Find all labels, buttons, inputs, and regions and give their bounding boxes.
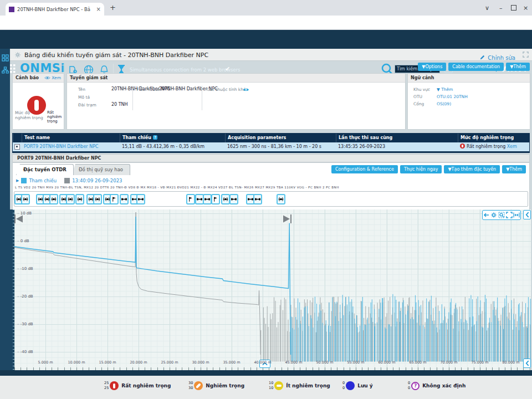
reference-value: 15,11 dB - 43.412,36 m - 0,35 dB/km <box>120 142 225 151</box>
edit-link[interactable]: Chỉnh sửa <box>479 52 515 62</box>
event-dash-icon[interactable] <box>253 194 262 204</box>
trace-more-button[interactable]: ▼Thêm <box>502 165 526 173</box>
col-test-name[interactable]: Test name <box>22 134 120 142</box>
trace-panel: Đặc tuyến OTDR Đồ thị quỹ suy hao Config… <box>12 162 530 210</box>
legend-notice: 00 Lưu ý <box>342 381 373 391</box>
fit-width-icon[interactable] <box>513 212 520 218</box>
event-splice-icon[interactable] <box>66 194 75 204</box>
x-axis-label: 15.000 m <box>99 360 116 365</box>
fullscreen-icon[interactable] <box>506 212 513 218</box>
event-splice-icon[interactable] <box>75 194 84 204</box>
minor-label: Ít nghiêm trọng <box>286 383 330 388</box>
trace-actions: Configuration & Reference Thực hiện ngay… <box>331 165 526 173</box>
cable-documentation-button[interactable]: Cable documentation <box>448 63 504 71</box>
tab-loss-budget[interactable]: Đồ thị quỹ suy hao <box>71 164 130 175</box>
event-flag-icon[interactable] <box>186 194 195 204</box>
x-axis-label: 20.000 m <box>130 360 147 365</box>
y-axis-label: -40 dB <box>17 350 33 354</box>
area-label: Khu vực <box>413 87 430 92</box>
col-last-run[interactable]: Lần thực thi sau cùng <box>336 134 458 142</box>
test-name-link[interactable]: PORT9 20TNH-BNH Darkfiber NPC <box>22 142 120 151</box>
dashboard-grid-icon[interactable] <box>2 54 9 62</box>
x-axis-label: 10.000 m <box>68 360 85 365</box>
undo-zoom-icon[interactable] <box>483 212 490 218</box>
otu-value[interactable]: OTU:01 20TNH <box>437 94 468 99</box>
event-flag-icon[interactable] <box>211 194 220 204</box>
help-badge-icon[interactable]: ? <box>153 135 157 140</box>
x-axis-label: 45.000 m <box>285 360 302 365</box>
event-dash-icon[interactable] <box>229 194 238 204</box>
pencil-icon <box>479 55 485 60</box>
area-value[interactable]: ▼ Thêm <box>437 87 453 92</box>
window-profile-chevron-icon[interactable]: ∨ <box>485 0 489 16</box>
col-severity[interactable]: Mức độ nghiêm trọng <box>458 134 529 142</box>
event-flag-icon[interactable] <box>110 194 119 204</box>
y-axis-label: 0 dB <box>17 239 29 243</box>
table-row[interactable]: PORT9 20TNH-BNH Darkfiber NPC 15,11 dB -… <box>13 142 529 151</box>
page-title-bar: Bảng điều khiển tuyến giám sát - 20TNH-B… <box>10 49 532 61</box>
unknown-icon: ? <box>411 382 420 390</box>
severity-view-link[interactable]: Xem <box>507 144 517 149</box>
alert-panel-title: Cảnh báo <box>16 74 39 82</box>
port-value[interactable]: OS(09) <box>437 101 451 106</box>
main-content: Bảng điều khiển tuyến giám sát - 20TNH-B… <box>10 49 532 370</box>
favicon <box>9 7 14 12</box>
event-splice-icon[interactable] <box>21 194 30 204</box>
last-run-value: 13:45:35 26-09-2023 <box>336 142 458 151</box>
col-reference[interactable]: Tham chiếu? <box>120 134 225 142</box>
chart-plot[interactable]: 10 dB0 dB-10 dB-20 dB-30 dB-40 dB5.000 m… <box>14 209 531 370</box>
event-dash-icon[interactable] <box>136 194 145 204</box>
x-axis-label: 80.000 m <box>502 360 519 365</box>
collapse-right-bottom-button[interactable] <box>523 359 531 368</box>
event-splice-icon[interactable] <box>49 194 58 204</box>
options-button[interactable]: ▼Options <box>418 63 446 71</box>
event-dash-icon[interactable] <box>203 194 212 204</box>
expand-legend-icon[interactable]: ▶ <box>16 178 19 183</box>
event-splice-icon[interactable] <box>277 194 285 204</box>
critical-counts: 2525 <box>104 381 109 391</box>
sitemap-icon[interactable] <box>2 66 9 74</box>
context-panel: Ngữ cảnh Khu vực ▼ Thêm OTU OTU:01 20TNH… <box>407 73 530 130</box>
context-panel-header: Ngữ cảnh <box>408 74 530 83</box>
tab-otdr-trace[interactable]: Đặc tuyến OTDR <box>16 164 74 175</box>
new-tab-button[interactable]: + <box>110 3 116 12</box>
event-splice-icon[interactable] <box>93 194 102 204</box>
page-actions: ▼Options Cable documentation ▼Thêm <box>418 63 530 71</box>
configuration-reference-button[interactable]: Configuration & Reference <box>331 165 398 173</box>
event-marker-icon[interactable] <box>490 212 497 218</box>
browser-tab[interactable]: 20TNH-BNH Darkfiber NPC - Bả × <box>6 3 104 16</box>
reference-legend-label[interactable]: Tham chiếu <box>29 178 57 183</box>
tab-close-icon[interactable]: × <box>96 6 101 12</box>
other-properties-label: Các thuộc tính khác <box>207 87 248 92</box>
window-close-icon[interactable]: × <box>523 0 528 16</box>
row-checkbox[interactable] <box>13 142 22 151</box>
x-axis-label: 65.000 m <box>409 360 426 365</box>
x-axis-label: 70.000 m <box>440 360 457 365</box>
legend-major: 3030 Nghiêm trọng <box>188 381 244 391</box>
otu-label: OTU <box>413 94 422 99</box>
y-axis-label: -20 dB <box>17 294 33 299</box>
more-button[interactable]: ▼Thêm <box>506 63 530 71</box>
create-trace-button[interactable]: ▼Tạo thêm đặc tuyến <box>444 165 500 173</box>
window-restore-icon[interactable] <box>511 0 516 16</box>
zoom-selection-icon[interactable] <box>498 212 505 218</box>
header-spacer <box>13 134 22 142</box>
dashboard-gear-icon <box>14 52 21 58</box>
col-acquisition[interactable]: Acquisition parameters <box>225 134 336 142</box>
run-now-button[interactable]: Thực hiện ngay <box>400 165 442 173</box>
event-splice-icon[interactable] <box>221 194 230 204</box>
alert-view-link[interactable]: Xem <box>44 74 61 82</box>
eye-icon[interactable] <box>243 88 249 92</box>
window-minimize-icon[interactable]: – <box>499 0 503 16</box>
critical-icon <box>110 381 119 390</box>
chart-left-ruler[interactable] <box>10 209 14 370</box>
measurement-legend-label[interactable]: 13:40:09 26-09-2023 <box>72 178 122 183</box>
expand-icon[interactable] <box>523 52 529 58</box>
trace-svg <box>14 209 531 370</box>
collapse-right-panel-button[interactable] <box>523 210 531 219</box>
x-axis-label: 40.000 m <box>254 360 271 365</box>
name-label: Tên <box>78 87 85 92</box>
station-value: 20 TNH <box>111 102 128 107</box>
page-title: Bảng điều khiển tuyến giám sát - 20TNH-B… <box>24 52 208 59</box>
event-dash-icon[interactable] <box>120 194 129 204</box>
